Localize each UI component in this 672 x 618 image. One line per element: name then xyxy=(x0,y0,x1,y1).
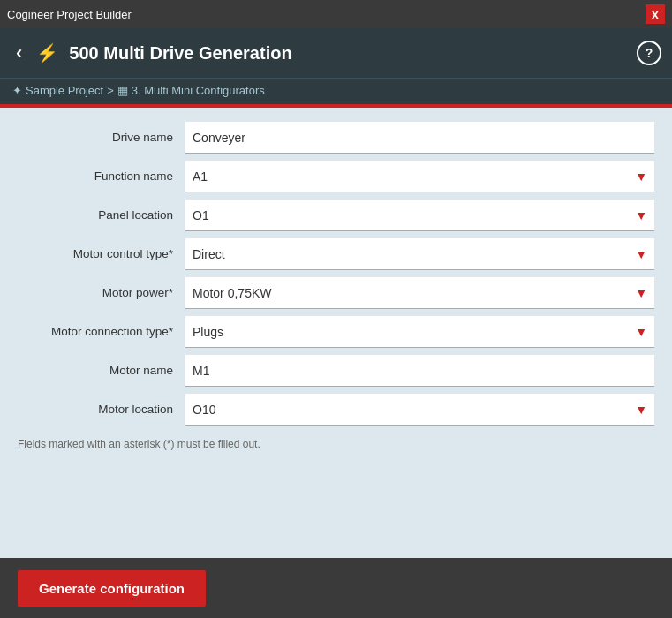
form-row-motor-power: Motor power*Motor 0,75KWMotor 1,5KWMotor… xyxy=(18,277,654,309)
label-function-name: Function name xyxy=(18,169,185,185)
lightning-icon: ⚡ xyxy=(36,42,58,64)
form-row-motor-name: Motor name xyxy=(18,355,654,387)
select-wrapper-motor-location: O10O11O12▼ xyxy=(185,394,654,426)
form-row-motor-location: Motor locationO10O11O12▼ xyxy=(18,394,654,426)
header-left: ‹ ⚡ 500 Multi Drive Generation xyxy=(11,38,292,68)
label-drive-name: Drive name xyxy=(18,130,185,146)
breadcrumb-project: Sample Project xyxy=(26,84,103,97)
breadcrumb-page: 3. Multi Mini Configurators xyxy=(132,84,265,97)
label-motor-location: Motor location xyxy=(18,402,185,418)
back-button[interactable]: ‹ xyxy=(11,38,27,68)
select-wrapper-function-name: A1A2B1B2▼ xyxy=(185,161,654,192)
form-row-function-name: Function nameA1A2B1B2▼ xyxy=(18,161,654,192)
generate-configuration-button[interactable]: Generate configuration xyxy=(18,570,206,607)
label-motor-name: Motor name xyxy=(18,363,185,379)
label-motor-control-type: Motor control type* xyxy=(18,246,185,262)
form-row-motor-connection-type: Motor connection type*PlugsFixed▼ xyxy=(18,316,654,348)
select-wrapper-motor-connection-type: PlugsFixed▼ xyxy=(185,316,654,348)
select-wrapper-motor-power: Motor 0,75KWMotor 1,5KWMotor 2,2KW▼ xyxy=(185,277,654,309)
breadcrumb-prefix-icon: ✦ xyxy=(12,84,22,97)
titlebar: Cogineer Project Builder x xyxy=(0,0,672,28)
select-function-name[interactable]: A1A2B1B2 xyxy=(185,161,654,192)
select-panel-location[interactable]: O1O2O3 xyxy=(185,200,654,230)
form-container: Drive nameFunction nameA1A2B1B2▼Panel lo… xyxy=(18,122,654,426)
form-row-motor-control-type: Motor control type*DirectStar-DeltaSoft … xyxy=(18,238,654,270)
input-drive-name[interactable] xyxy=(185,122,654,154)
form-row-panel-location: Panel locationO1O2O3▼ xyxy=(18,200,654,231)
footer: Generate configuration xyxy=(0,558,672,618)
form-row-drive-name: Drive name xyxy=(18,122,654,154)
window-title: Cogineer Project Builder xyxy=(7,8,132,21)
footnote: Fields marked with an asterisk (*) must … xyxy=(18,438,654,450)
select-motor-connection-type[interactable]: PlugsFixed xyxy=(185,316,654,347)
header: ‹ ⚡ 500 Multi Drive Generation ? xyxy=(0,28,672,78)
back-icon: ‹ xyxy=(16,41,22,64)
select-motor-power[interactable]: Motor 0,75KWMotor 1,5KWMotor 2,2KW xyxy=(185,277,654,308)
label-panel-location: Panel location xyxy=(18,207,185,223)
label-motor-connection-type: Motor connection type* xyxy=(18,324,185,340)
input-motor-name[interactable] xyxy=(185,355,654,387)
help-icon: ? xyxy=(646,46,653,60)
breadcrumb-page-icon: ▦ xyxy=(117,84,128,97)
content-area[interactable]: Drive nameFunction nameA1A2B1B2▼Panel lo… xyxy=(0,108,672,558)
select-motor-location[interactable]: O10O11O12 xyxy=(185,394,654,425)
select-wrapper-panel-location: O1O2O3▼ xyxy=(185,200,654,231)
header-title: 500 Multi Drive Generation xyxy=(69,43,291,64)
breadcrumb-separator: > xyxy=(107,84,114,97)
breadcrumb: ✦ Sample Project > ▦ 3. Multi Mini Confi… xyxy=(0,78,672,104)
close-button[interactable]: x xyxy=(646,4,665,24)
select-motor-control-type[interactable]: DirectStar-DeltaSoft Starter xyxy=(185,238,654,269)
main-window: Cogineer Project Builder x ‹ ⚡ 500 Multi… xyxy=(0,0,672,618)
label-motor-power: Motor power* xyxy=(18,285,185,301)
help-button[interactable]: ? xyxy=(637,41,661,65)
select-wrapper-motor-control-type: DirectStar-DeltaSoft Starter▼ xyxy=(185,238,654,270)
